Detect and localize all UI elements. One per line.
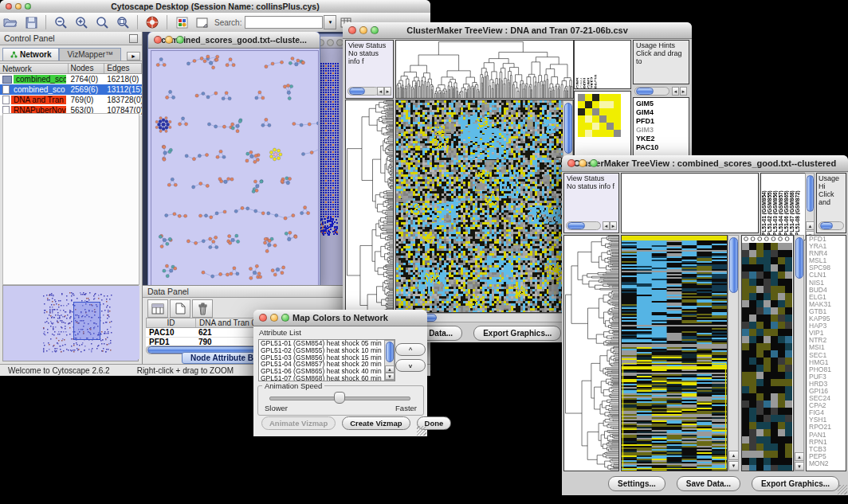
gene-label[interactable]: MON2 (807, 460, 846, 467)
minimize-icon[interactable] (579, 159, 587, 167)
scroll-up-icon[interactable]: ▲ (728, 451, 739, 460)
scroll-left-icon[interactable]: ◄ (377, 87, 384, 96)
zoom-window-icon[interactable] (176, 36, 184, 44)
tv1-detail-matrix-canvas[interactable] (578, 94, 621, 137)
network-table-row[interactable]: combined_scores 2764(0) 16218(0) (0, 74, 142, 84)
scroll-up-icon[interactable]: ▲ (806, 221, 815, 230)
tv2-vscroll-thumb[interactable] (729, 237, 738, 293)
close-icon[interactable] (348, 26, 356, 34)
scroll-down-icon[interactable]: ▼ (795, 462, 804, 471)
tv1-row-dendrogram-canvas[interactable] (346, 100, 393, 322)
scroll-down-icon[interactable]: ▼ (385, 373, 395, 380)
tv2-status-scrollbar[interactable] (566, 221, 601, 230)
tv1-heatmap-canvas[interactable] (396, 100, 573, 312)
attribute-list-item[interactable]: GPL51-07 (GSM868) heat shock 60 min (259, 375, 395, 381)
window-controls[interactable] (567, 159, 598, 167)
scroll-up-icon[interactable]: ▲ (795, 452, 804, 461)
new-attribute-icon[interactable] (170, 299, 190, 318)
scroll-right-icon[interactable]: ► (384, 87, 391, 96)
attribute-list[interactable]: GPL51-01 (GSM854) heat shock 05 minGPL51… (258, 339, 395, 381)
tv1-hints-scrollbar[interactable] (634, 87, 669, 96)
open-file-icon[interactable] (1, 14, 20, 30)
tv2-status-scroll-thumb[interactable] (567, 222, 585, 229)
network-canvas[interactable] (151, 50, 319, 287)
zoom-window-icon[interactable] (281, 314, 289, 322)
tv1-row-dendrogram[interactable] (345, 100, 394, 322)
zoom-in-icon[interactable] (72, 14, 91, 30)
zoom-window-icon[interactable] (590, 159, 598, 167)
minimize-icon[interactable] (327, 39, 334, 46)
tv1-row-label[interactable]: GIM4 (636, 108, 689, 117)
tv2-hints-scroll-thumb[interactable] (820, 222, 833, 229)
tv2-vscrollbar[interactable]: ▲ ▼ (728, 235, 739, 471)
tv2-heatmap-canvas[interactable] (622, 236, 727, 471)
tv1-export-graphics-button[interactable]: Export Graphics... (473, 326, 561, 341)
treeview1-title-bar[interactable]: ClusterMaker TreeView : DNA and Tran 07-… (343, 22, 692, 39)
network-table-row[interactable]: combined_sco 2569(6) 13112(15) (0, 84, 142, 95)
tv2-hints-scrollbar[interactable] (819, 221, 844, 230)
tv1-hints-scroll-thumb[interactable] (636, 88, 654, 95)
select-attributes-icon[interactable] (147, 299, 168, 318)
tv1-row-label[interactable]: YKE2 (636, 135, 689, 143)
window-controls[interactable] (259, 314, 289, 322)
help-icon[interactable] (143, 14, 162, 30)
birds-eye-canvas[interactable] (3, 286, 139, 359)
search-input[interactable] (245, 16, 323, 29)
animate-vizmap-button[interactable]: Animate Vizmap (261, 416, 336, 430)
minimize-icon[interactable] (359, 26, 367, 34)
scroll-up-icon[interactable]: ▲ (385, 365, 395, 373)
main-title-bar[interactable]: Cytoscape Desktop (Session Name: collins… (0, 0, 430, 14)
tab-scroll-arrow-icon[interactable]: ► (127, 52, 140, 61)
scroll-down-icon[interactable]: ▼ (728, 461, 739, 471)
tv1-heatmap[interactable]: ▲ ▼ (395, 100, 574, 313)
treeview2-title-bar[interactable]: ClusterMaker TreeView : combined_scores_… (562, 155, 848, 172)
attribute-list-scrollbar[interactable]: ▲ ▼ (384, 340, 395, 381)
scroll-right-icon[interactable]: ► (610, 221, 617, 230)
search-dropdown-icon[interactable]: ▼ (324, 15, 336, 29)
tv2-column-tree-panel[interactable] (621, 173, 759, 233)
resize-grip[interactable] (417, 426, 426, 436)
network-table-row[interactable]: DNA and Tran 07 769(0) 183728(0) (0, 95, 142, 105)
tv2-settings-button[interactable]: Settings... (608, 476, 665, 491)
network-window-title-bar[interactable]: combined_scores_good.txt--cluste... (148, 32, 320, 49)
zoom-window-icon[interactable] (371, 26, 379, 34)
tv2-collabel-scroll-thumb[interactable] (807, 175, 814, 212)
save-icon[interactable] (22, 14, 41, 30)
tv2-row-dendrogram[interactable] (563, 235, 619, 471)
move-up-button[interactable]: ^ (395, 343, 426, 356)
window-controls[interactable] (348, 26, 379, 34)
move-down-button[interactable]: v (395, 359, 426, 372)
resize-grip[interactable] (838, 485, 847, 494)
minimize-icon[interactable] (165, 36, 173, 44)
vizmapper-icon[interactable] (172, 14, 191, 30)
scroll-right-icon[interactable]: ► (680, 87, 687, 96)
tv2-detail-scroll-thumb[interactable] (795, 237, 803, 279)
scroll-left-icon[interactable]: ◄ (672, 87, 679, 96)
tv1-status-scroll-thumb[interactable] (349, 88, 365, 95)
network-view-window[interactable]: combined_scores_good.txt--cluste... (147, 32, 320, 291)
tv2-save-data-button[interactable]: Save Data... (677, 476, 740, 491)
window-controls[interactable] (154, 36, 184, 44)
scroll-left-icon[interactable]: ◄ (603, 221, 610, 230)
close-icon[interactable] (567, 159, 575, 167)
tv1-row-label[interactable]: GIM5 (636, 100, 689, 108)
slider-thumb[interactable] (334, 392, 345, 404)
tab-network[interactable]: Network (2, 48, 59, 61)
zoom-fit-icon[interactable] (113, 14, 132, 30)
tv1-row-label[interactable]: PAC10 (636, 143, 689, 152)
delete-attribute-icon[interactable] (192, 299, 213, 318)
attribute-list-scroll-thumb[interactable] (386, 342, 394, 362)
close-icon[interactable] (6, 3, 12, 10)
close-icon[interactable] (154, 36, 162, 44)
tv2-heatmap[interactable] (621, 235, 728, 471)
annotation-icon[interactable] (193, 14, 212, 30)
tv1-status-scrollbar[interactable] (347, 87, 379, 96)
float-panel-icon[interactable] (129, 34, 138, 43)
tv1-column-dendrogram[interactable] (395, 40, 574, 99)
create-vizmap-button[interactable]: Create Vizmap (342, 416, 410, 430)
minimize-icon[interactable] (15, 3, 22, 10)
tv1-vscroll-thumb[interactable] (564, 103, 572, 154)
dialog-title-bar[interactable]: Map Colors to Network (253, 310, 427, 326)
tv1-row-label[interactable]: GIM3 (636, 126, 689, 135)
birds-eye-view[interactable] (2, 285, 139, 361)
